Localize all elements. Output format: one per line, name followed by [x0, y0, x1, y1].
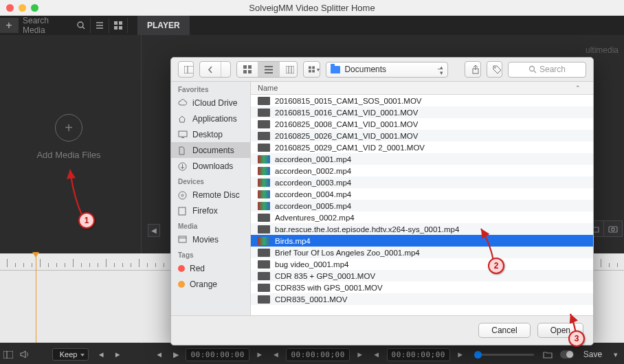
file-row[interactable]: bug video_0001.mp4: [251, 258, 593, 270]
file-name: accordeon_0004.mp4: [275, 190, 351, 198]
file-row[interactable]: Adventures_0002.mp4: [251, 212, 593, 223]
search-media-input[interactable]: Search Media: [23, 16, 72, 35]
file-name: CDR835 with GPS_0001.MOV: [275, 284, 383, 292]
layout-icon[interactable]: [0, 347, 16, 362]
open-panel-toolbar: ▾ Documents ▴▾ Search: [171, 58, 593, 82]
file-name: CDR835_0001.MOV: [275, 295, 347, 304]
sidebar-item-label: Applications: [192, 114, 237, 124]
file-row[interactable]: 20160825_0008_CAM1_VID_0001.MOV: [251, 118, 593, 130]
share-seg: [465, 61, 480, 78]
file-row[interactable]: Birds.mp4: [251, 235, 593, 247]
nav-seg: [199, 61, 230, 78]
file-row[interactable]: bar.rescue.the.lost.episode.hdtv.x264-sy…: [251, 223, 593, 235]
preview-toggle[interactable]: [560, 350, 574, 359]
main-area: + Add Media Files ◀ ultimedia Keep ◄ ► ◄…: [0, 35, 624, 364]
tab-player[interactable]: PLAYER: [137, 16, 190, 35]
save-button[interactable]: Save: [578, 350, 608, 359]
add-media-label: Add Media Files: [14, 150, 124, 160]
step-fwd-icon[interactable]: ►: [352, 347, 368, 362]
sidebar-item-label: Firefox: [192, 206, 218, 216]
prev-frame-icon[interactable]: ◄: [151, 347, 168, 362]
sidebar-item-downloads[interactable]: Downloads: [171, 158, 250, 174]
file-name: bar.rescue.the.lost.episode.hdtv.x264-sy…: [275, 225, 459, 234]
show-sidebar-icon[interactable]: [179, 62, 194, 77]
file-name: 20160815_0015_CAM1_SOS_0001.MOV: [275, 97, 422, 105]
back-button[interactable]: [200, 62, 221, 77]
sidebar-item-applications[interactable]: Applications: [171, 111, 250, 126]
play-icon[interactable]: ▶: [168, 347, 184, 362]
svg-rect-23: [286, 66, 294, 73]
add-media-plus-icon[interactable]: +: [55, 114, 82, 141]
file-thumbnail-icon: [258, 202, 270, 210]
svg-marker-13: [21, 351, 25, 358]
file-row[interactable]: CDR835_0001.MOV: [251, 293, 593, 305]
sidebar-tag-red[interactable]: Red: [171, 260, 250, 276]
view-icon-grid-icon[interactable]: [237, 62, 258, 77]
timecode-3[interactable]: 00:00:00;00: [387, 348, 450, 361]
zoom-slider-thumb[interactable]: [474, 351, 482, 359]
collapse-sidebar-button[interactable]: ◀: [148, 224, 160, 237]
marker-left-icon[interactable]: ◄: [93, 347, 109, 362]
file-list: Name ⌃ 20160815_0015_CAM1_SOS_0001.MOV20…: [251, 82, 593, 315]
next-frame-icon[interactable]: ►: [252, 347, 268, 362]
svg-line-1: [82, 27, 85, 29]
file-name: accordeon_0001.mp4: [275, 155, 351, 163]
view-columns-icon[interactable]: [280, 62, 298, 77]
export-folder-icon[interactable]: [539, 347, 556, 362]
sidebar-item-firefox[interactable]: Firefox: [171, 203, 250, 218]
add-button[interactable]: +: [0, 18, 19, 33]
file-list-header[interactable]: Name ⌃: [251, 82, 593, 95]
search-field[interactable]: Search: [508, 62, 586, 78]
sidebar-item-desktop[interactable]: Desktop: [171, 126, 250, 142]
file-row[interactable]: accordeon_0005.mp4: [251, 200, 593, 212]
grid-view-icon[interactable]: [109, 18, 128, 33]
save-dropdown[interactable]: ▾: [608, 347, 624, 362]
step-back-icon[interactable]: ◄: [268, 347, 285, 362]
tags-icon[interactable]: [487, 62, 502, 77]
camera-icon[interactable]: [603, 221, 622, 236]
file-row[interactable]: 20160815_0015_CAM1_SOS_0001.MOV: [251, 95, 593, 106]
marker-right-icon[interactable]: ►: [109, 347, 126, 362]
file-name: Adventures_0002.mp4: [275, 214, 355, 222]
playhead[interactable]: [36, 253, 36, 343]
file-row[interactable]: accordeon_0001.mp4: [251, 153, 593, 165]
sidebar-tag-orange[interactable]: Orange: [171, 276, 250, 292]
file-row[interactable]: 20160815_0016_CAM1_VID_0001.MOV: [251, 106, 593, 118]
cancel-button[interactable]: Cancel: [478, 323, 530, 338]
range-back-icon[interactable]: ◄: [368, 347, 385, 362]
range-fwd-icon[interactable]: ►: [452, 347, 469, 362]
add-media-drop[interactable]: + Add Media Files: [14, 114, 124, 160]
timecode-2[interactable]: 00:00:00;00: [286, 348, 349, 361]
file-row[interactable]: 20160825_0026_CAM1_VID_0001.MOV: [251, 130, 593, 141]
file-row[interactable]: CDR 835 + GPS_0001.MOV: [251, 270, 593, 282]
view-list-icon[interactable]: [258, 62, 280, 77]
file-row[interactable]: 20160825_0029_CAM1_VID 2_0001.MOV: [251, 141, 593, 153]
chevron-updown-icon: ▴▾: [440, 65, 443, 75]
file-row[interactable]: accordeon_0003.mp4: [251, 177, 593, 188]
cloud-icon: [178, 99, 188, 107]
sidebar-item-documents[interactable]: Documents: [171, 142, 250, 158]
keep-dropdown[interactable]: Keep: [52, 348, 89, 361]
sidebar-item-remote-disc[interactable]: Remote Disc: [171, 187, 250, 203]
file-row[interactable]: Brief Tour Of Los Angeles Zoo_0001.mp4: [251, 247, 593, 258]
volume-icon[interactable]: [16, 347, 33, 362]
search-icon[interactable]: [72, 18, 91, 33]
file-list-rows[interactable]: 20160815_0015_CAM1_SOS_0001.MOV20160815_…: [251, 95, 593, 315]
file-name: 20160825_0008_CAM1_VID_0001.MOV: [275, 120, 418, 128]
sidebar-item-movies[interactable]: Movies: [171, 231, 250, 247]
file-thumbnail-icon: [258, 120, 270, 128]
file-row[interactable]: accordeon_0002.mp4: [251, 165, 593, 177]
list-view-icon[interactable]: [91, 18, 109, 33]
zoom-slider[interactable]: [474, 354, 534, 356]
forward-button[interactable]: [221, 62, 230, 77]
svg-rect-29: [309, 67, 311, 69]
file-row[interactable]: accordeon_0004.mp4: [251, 188, 593, 200]
svg-point-0: [78, 22, 83, 27]
file-row[interactable]: CDR835 with GPS_0001.MOV: [251, 282, 593, 293]
share-icon[interactable]: [465, 62, 480, 77]
group-menu-button[interactable]: ▾: [304, 62, 320, 77]
timecode-1[interactable]: 00:00:00:00: [186, 348, 249, 361]
sidebar-item-icloud-drive[interactable]: iCloud Drive: [171, 95, 250, 111]
svg-point-36: [529, 67, 534, 71]
location-popup[interactable]: Documents ▴▾: [326, 62, 448, 78]
